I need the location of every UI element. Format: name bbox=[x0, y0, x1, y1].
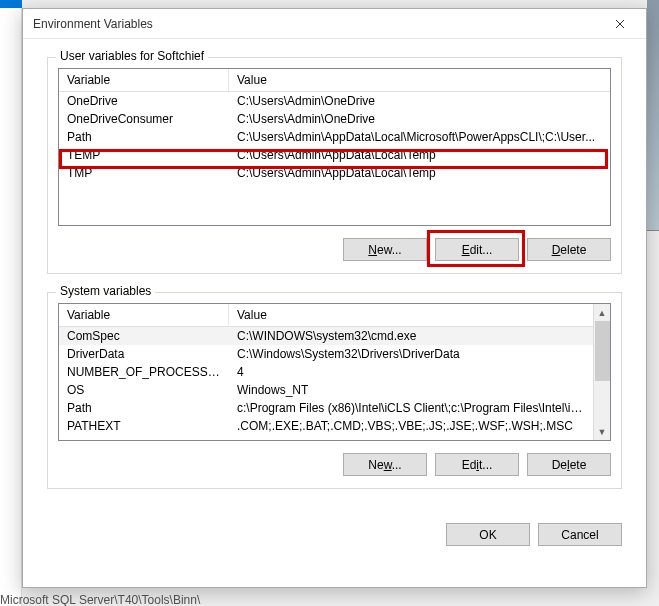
table-row[interactable]: Pathc:\Program Files (x86)\Intel\iCLS Cl… bbox=[59, 399, 593, 417]
user-edit-button[interactable]: Edit... bbox=[435, 238, 519, 261]
table-header: Variable Value bbox=[59, 304, 610, 327]
cancel-button[interactable]: Cancel bbox=[538, 523, 622, 546]
user-new-button[interactable]: New... bbox=[343, 238, 427, 261]
cell-value: C:\WINDOWS\system32\cmd.exe bbox=[229, 327, 593, 345]
table-row[interactable]: TEMPC:\Users\Admin\AppData\Local\Temp bbox=[59, 146, 610, 164]
table-row[interactable]: OSWindows_NT bbox=[59, 381, 593, 399]
system-variables-table[interactable]: Variable Value ComSpecC:\WINDOWS\system3… bbox=[58, 303, 611, 441]
user-variables-label: User variables for Softchief bbox=[56, 49, 208, 63]
cell-value: C:\Users\Admin\OneDrive bbox=[229, 92, 610, 110]
cell-variable: Path bbox=[59, 128, 229, 146]
table-header: Variable Value bbox=[59, 69, 610, 92]
cell-variable: OneDrive bbox=[59, 92, 229, 110]
cell-variable: TEMP bbox=[59, 146, 229, 164]
column-header-variable[interactable]: Variable bbox=[59, 69, 229, 91]
system-edit-button[interactable]: Edit... bbox=[435, 453, 519, 476]
system-variables-group: System variables Variable Value ComSpecC… bbox=[47, 292, 622, 489]
scroll-down-icon[interactable]: ▼ bbox=[594, 423, 611, 440]
dialog-title: Environment Variables bbox=[33, 17, 153, 31]
table-row[interactable]: PATHEXT.COM;.EXE;.BAT;.CMD;.VBS;.VBE;.JS… bbox=[59, 417, 593, 435]
table-row[interactable]: OneDriveC:\Users\Admin\OneDrive bbox=[59, 92, 610, 110]
user-variables-group: User variables for Softchief Variable Va… bbox=[47, 57, 622, 274]
background-image-strip bbox=[647, 0, 659, 230]
cell-value: C:\Users\Admin\AppData\Local\Temp bbox=[229, 164, 610, 182]
dialog-footer: OK Cancel bbox=[23, 509, 646, 546]
cell-variable: Path bbox=[59, 399, 229, 417]
system-delete-button[interactable]: Delete bbox=[527, 453, 611, 476]
user-variables-table[interactable]: Variable Value OneDriveC:\Users\Admin\On… bbox=[58, 68, 611, 226]
table-row[interactable]: PowerMgrPathC:\Program Files (x86)\Lenov… bbox=[59, 435, 593, 439]
background-divider bbox=[647, 230, 659, 231]
cell-value: c:\Program Files (x86)\Intel\iCLS Client… bbox=[229, 399, 593, 417]
titlebar[interactable]: Environment Variables bbox=[23, 9, 646, 39]
background-left-strip bbox=[0, 0, 22, 606]
cell-value: C:\Windows\System32\Drivers\DriverData bbox=[229, 345, 593, 363]
column-header-value[interactable]: Value bbox=[229, 304, 610, 326]
table-row[interactable]: TMPC:\Users\Admin\AppData\Local\Temp bbox=[59, 164, 610, 182]
cell-variable: OS bbox=[59, 381, 229, 399]
cell-value: C:\Users\Admin\AppData\Local\Microsoft\P… bbox=[229, 128, 610, 146]
table-row[interactable]: PathC:\Users\Admin\AppData\Local\Microso… bbox=[59, 128, 610, 146]
close-icon bbox=[615, 19, 625, 29]
table-row[interactable]: ComSpecC:\WINDOWS\system32\cmd.exe bbox=[59, 327, 593, 345]
column-header-variable[interactable]: Variable bbox=[59, 304, 229, 326]
system-variables-label: System variables bbox=[56, 284, 155, 298]
cell-variable: DriverData bbox=[59, 345, 229, 363]
table-row[interactable]: NUMBER_OF_PROCESSORS4 bbox=[59, 363, 593, 381]
cell-value: C:\Users\Admin\AppData\Local\Temp bbox=[229, 146, 610, 164]
cell-variable: OneDriveConsumer bbox=[59, 110, 229, 128]
ok-button[interactable]: OK bbox=[446, 523, 530, 546]
cell-variable: NUMBER_OF_PROCESSORS bbox=[59, 363, 229, 381]
bg-bottom-text: Microsoft SQL Server\T40\Tools\Binn\ bbox=[0, 593, 200, 606]
table-row[interactable]: DriverDataC:\Windows\System32\Drivers\Dr… bbox=[59, 345, 593, 363]
system-new-button[interactable]: New... bbox=[343, 453, 427, 476]
cell-value: Windows_NT bbox=[229, 381, 593, 399]
cell-value: 4 bbox=[229, 363, 593, 381]
environment-variables-dialog: Environment Variables User variables for… bbox=[22, 8, 647, 588]
cell-value: .COM;.EXE;.BAT;.CMD;.VBS;.VBE;.JS;.JSE;.… bbox=[229, 417, 593, 435]
cell-variable: PATHEXT bbox=[59, 417, 229, 435]
table-row[interactable]: OneDriveConsumerC:\Users\Admin\OneDrive bbox=[59, 110, 610, 128]
cell-variable: PowerMgrPath bbox=[59, 435, 229, 439]
scroll-up-icon[interactable]: ▲ bbox=[594, 304, 611, 321]
close-button[interactable] bbox=[600, 11, 640, 37]
system-scrollbar[interactable]: ▲ ▼ bbox=[593, 304, 610, 440]
scroll-thumb[interactable] bbox=[595, 321, 610, 381]
cell-variable: TMP bbox=[59, 164, 229, 182]
cell-value: C:\Program Files (x86)\Lenovo\PowerMgr bbox=[229, 435, 593, 439]
cell-value: C:\Users\Admin\OneDrive bbox=[229, 110, 610, 128]
background-selection bbox=[0, 0, 22, 8]
user-delete-button[interactable]: Delete bbox=[527, 238, 611, 261]
cell-variable: ComSpec bbox=[59, 327, 229, 345]
column-header-value[interactable]: Value bbox=[229, 69, 610, 91]
